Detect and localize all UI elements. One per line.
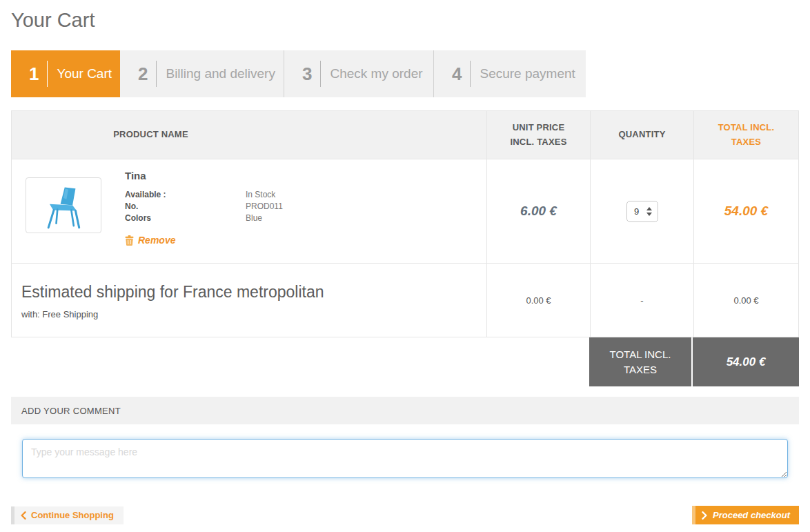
step-label: Billing and delivery bbox=[166, 66, 275, 81]
product-name[interactable]: Tina bbox=[125, 170, 283, 181]
step-number: 1 bbox=[29, 63, 39, 85]
line-total-value: 54.00 € bbox=[724, 204, 768, 219]
step-secure-payment[interactable]: 4 Secure payment bbox=[433, 50, 586, 97]
proceed-checkout-label: Proceed checkout bbox=[713, 510, 790, 520]
continue-shopping-button[interactable]: Continue Shopping bbox=[11, 506, 124, 524]
shipping-total: 0.00 € bbox=[733, 295, 758, 306]
step-divider bbox=[156, 61, 157, 87]
unit-price-cell: 6.00 € bbox=[486, 159, 590, 263]
remove-item-link[interactable]: Remove bbox=[125, 235, 175, 246]
unit-price-value: 6.00 € bbox=[520, 204, 557, 219]
proceed-checkout-button[interactable]: Proceed checkout bbox=[692, 506, 799, 524]
product-row: Tina Available : In Stock No. PROD011 Co… bbox=[12, 159, 798, 263]
shipping-carrier: with: Free Shipping bbox=[21, 309, 486, 319]
attribute-label: No. bbox=[125, 201, 246, 213]
page-title: Your Cart bbox=[11, 9, 799, 31]
grand-total-row: TOTAL INCL. TAXES 54.00 € bbox=[589, 337, 799, 386]
continue-shopping-label: Continue Shopping bbox=[31, 510, 114, 520]
step-divider bbox=[320, 61, 321, 87]
header-product-name: PRODUCT NAME bbox=[12, 111, 486, 159]
shipping-unit-price-cell: 0.00 € bbox=[486, 264, 590, 337]
attribute-label: Colors bbox=[125, 213, 246, 224]
product-cell: Tina Available : In Stock No. PROD011 Co… bbox=[12, 159, 486, 263]
step-number: 3 bbox=[302, 63, 312, 85]
cart-page: Your Cart 1 Your Cart 2 Billing and deli… bbox=[0, 0, 810, 524]
chair-image bbox=[30, 181, 97, 230]
attribute-value: PROD011 bbox=[246, 201, 283, 213]
shipping-total-cell: 0.00 € bbox=[693, 264, 798, 337]
step-divider bbox=[47, 61, 48, 87]
step-check-order[interactable]: 3 Check my order bbox=[284, 50, 433, 97]
attribute-value: Blue bbox=[246, 213, 262, 224]
cart-table: PRODUCT NAME UNIT PRICE INCL. TAXES QUAN… bbox=[11, 110, 799, 337]
attribute-value: In Stock bbox=[246, 189, 275, 201]
grand-total-label: TOTAL INCL. TAXES bbox=[589, 337, 693, 386]
comment-section-body bbox=[11, 424, 799, 481]
shipping-quantity-cell: - bbox=[590, 264, 693, 337]
product-thumbnail[interactable] bbox=[26, 177, 101, 233]
quantity-value: 9 bbox=[627, 206, 646, 217]
step-label: Secure payment bbox=[480, 66, 575, 81]
trash-icon bbox=[125, 235, 134, 246]
product-attribute: Available : In Stock bbox=[125, 189, 283, 201]
remove-item-label: Remove bbox=[138, 235, 175, 246]
product-attribute: No. PROD011 bbox=[125, 201, 283, 213]
comment-textarea[interactable] bbox=[22, 439, 788, 478]
product-attribute: Colors Blue bbox=[125, 213, 283, 224]
quantity-cell: 9 bbox=[590, 159, 693, 263]
step-divider bbox=[470, 61, 471, 87]
step-label: Check my order bbox=[330, 66, 422, 81]
shipping-unit-price: 0.00 € bbox=[526, 295, 551, 306]
cart-actions: Continue Shopping Proceed checkout bbox=[11, 506, 799, 524]
shipping-cell: Estimated shipping for France metropolit… bbox=[12, 264, 486, 337]
stepper-arrows-icon[interactable] bbox=[646, 207, 652, 216]
step-your-cart[interactable]: 1 Your Cart bbox=[11, 50, 120, 97]
header-total: TOTAL INCL. TAXES bbox=[693, 111, 798, 159]
shipping-title: Estimated shipping for France metropolit… bbox=[21, 283, 486, 302]
shipping-row: Estimated shipping for France metropolit… bbox=[12, 263, 798, 337]
line-total-cell: 54.00 € bbox=[693, 159, 798, 263]
step-number: 4 bbox=[452, 63, 462, 85]
chevron-left-icon bbox=[21, 511, 26, 520]
comment-section-header: ADD YOUR COMMENT bbox=[11, 397, 799, 424]
comment-section-title: ADD YOUR COMMENT bbox=[21, 406, 121, 416]
chevron-right-icon bbox=[702, 511, 707, 520]
attribute-label: Available : bbox=[125, 189, 246, 201]
header-unit-price: UNIT PRICE INCL. TAXES bbox=[486, 111, 590, 159]
arrow-up-icon[interactable] bbox=[646, 207, 652, 210]
product-info: Tina Available : In Stock No. PROD011 Co… bbox=[125, 170, 283, 248]
shipping-quantity: - bbox=[640, 295, 643, 306]
arrow-down-icon[interactable] bbox=[646, 213, 652, 216]
quantity-stepper[interactable]: 9 bbox=[626, 201, 658, 222]
grand-total-value: 54.00 € bbox=[693, 337, 799, 386]
step-number: 2 bbox=[138, 63, 148, 85]
cart-table-header: PRODUCT NAME UNIT PRICE INCL. TAXES QUAN… bbox=[12, 111, 798, 159]
header-quantity: QUANTITY bbox=[590, 111, 693, 159]
checkout-steps: 1 Your Cart 2 Billing and delivery 3 Che… bbox=[11, 50, 586, 97]
step-billing-delivery[interactable]: 2 Billing and delivery bbox=[120, 50, 284, 97]
step-label: Your Cart bbox=[57, 66, 112, 81]
